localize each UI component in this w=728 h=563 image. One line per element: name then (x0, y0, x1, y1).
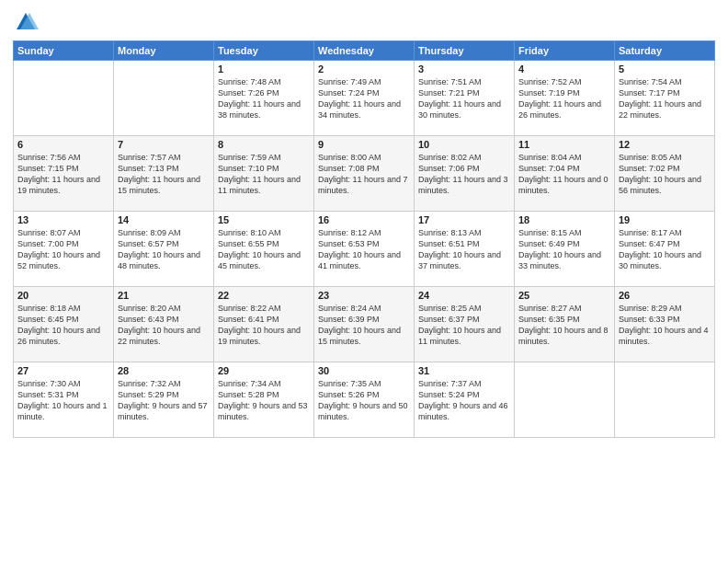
calendar-week-row: 1Sunrise: 7:48 AM Sunset: 7:26 PM Daylig… (14, 61, 715, 136)
calendar-cell: 13Sunrise: 8:07 AM Sunset: 7:00 PM Dayli… (14, 212, 114, 287)
day-number: 9 (318, 139, 410, 150)
calendar-cell: 8Sunrise: 7:59 AM Sunset: 7:10 PM Daylig… (214, 136, 314, 212)
calendar-cell: 21Sunrise: 8:20 AM Sunset: 6:43 PM Dayli… (114, 287, 214, 362)
day-number: 15 (218, 214, 310, 225)
day-number: 1 (218, 63, 310, 75)
calendar-cell: 23Sunrise: 8:24 AM Sunset: 6:39 PM Dayli… (314, 287, 415, 362)
logo-icon (13, 9, 39, 35)
day-number: 19 (619, 214, 711, 225)
day-number: 3 (418, 63, 510, 75)
cell-info: Sunrise: 7:37 AM Sunset: 5:24 PM Dayligh… (418, 378, 510, 423)
calendar-cell: 31Sunrise: 7:37 AM Sunset: 5:24 PM Dayli… (415, 362, 515, 438)
cell-info: Sunrise: 8:24 AM Sunset: 6:39 PM Dayligh… (318, 303, 410, 348)
cell-info: Sunrise: 7:48 AM Sunset: 7:26 PM Dayligh… (218, 76, 310, 121)
cell-info: Sunrise: 8:04 AM Sunset: 7:04 PM Dayligh… (518, 152, 610, 197)
calendar-cell: 30Sunrise: 7:35 AM Sunset: 5:26 PM Dayli… (314, 362, 415, 438)
calendar-cell: 10Sunrise: 8:02 AM Sunset: 7:06 PM Dayli… (415, 136, 515, 212)
calendar: SundayMondayTuesdayWednesdayThursdayFrid… (13, 40, 715, 438)
cell-info: Sunrise: 7:56 AM Sunset: 7:15 PM Dayligh… (17, 152, 109, 197)
day-number: 31 (418, 365, 510, 376)
cell-info: Sunrise: 8:17 AM Sunset: 6:47 PM Dayligh… (619, 227, 711, 272)
day-number: 21 (118, 290, 210, 301)
calendar-cell: 18Sunrise: 8:15 AM Sunset: 6:49 PM Dayli… (515, 212, 615, 287)
cell-info: Sunrise: 8:18 AM Sunset: 6:45 PM Dayligh… (17, 303, 109, 348)
calendar-cell: 15Sunrise: 8:10 AM Sunset: 6:55 PM Dayli… (214, 212, 314, 287)
calendar-cell (14, 61, 114, 136)
day-number: 13 (17, 214, 109, 225)
cell-info: Sunrise: 7:35 AM Sunset: 5:26 PM Dayligh… (318, 378, 410, 423)
day-number: 25 (518, 290, 610, 301)
cell-info: Sunrise: 8:29 AM Sunset: 6:33 PM Dayligh… (619, 303, 711, 348)
day-number: 10 (418, 139, 510, 150)
cell-info: Sunrise: 8:09 AM Sunset: 6:57 PM Dayligh… (118, 227, 210, 272)
cell-info: Sunrise: 8:10 AM Sunset: 6:55 PM Dayligh… (218, 227, 310, 272)
day-number: 17 (418, 214, 510, 225)
day-number: 14 (118, 214, 210, 225)
calendar-cell: 2Sunrise: 7:49 AM Sunset: 7:24 PM Daylig… (314, 61, 415, 136)
day-number: 12 (619, 139, 711, 150)
cell-info: Sunrise: 8:25 AM Sunset: 6:37 PM Dayligh… (418, 303, 510, 348)
calendar-cell: 1Sunrise: 7:48 AM Sunset: 7:26 PM Daylig… (214, 61, 314, 136)
day-number: 29 (218, 365, 310, 376)
cell-info: Sunrise: 8:12 AM Sunset: 6:53 PM Dayligh… (318, 227, 410, 272)
weekday-header: Friday (515, 41, 615, 61)
day-number: 23 (318, 290, 410, 301)
calendar-cell (114, 61, 214, 136)
calendar-cell: 24Sunrise: 8:25 AM Sunset: 6:37 PM Dayli… (415, 287, 515, 362)
calendar-cell: 4Sunrise: 7:52 AM Sunset: 7:19 PM Daylig… (515, 61, 615, 136)
calendar-cell: 3Sunrise: 7:51 AM Sunset: 7:21 PM Daylig… (415, 61, 515, 136)
day-number: 26 (619, 290, 711, 301)
calendar-cell: 22Sunrise: 8:22 AM Sunset: 6:41 PM Dayli… (214, 287, 314, 362)
cell-info: Sunrise: 7:34 AM Sunset: 5:28 PM Dayligh… (218, 378, 310, 423)
calendar-week-row: 20Sunrise: 8:18 AM Sunset: 6:45 PM Dayli… (14, 287, 715, 362)
calendar-cell (515, 362, 615, 438)
weekday-header: Tuesday (214, 41, 314, 61)
day-number: 18 (518, 214, 610, 225)
calendar-cell: 12Sunrise: 8:05 AM Sunset: 7:02 PM Dayli… (615, 136, 715, 212)
day-number: 2 (318, 63, 410, 75)
day-number: 7 (118, 139, 210, 150)
calendar-cell: 6Sunrise: 7:56 AM Sunset: 7:15 PM Daylig… (14, 136, 114, 212)
calendar-cell: 5Sunrise: 7:54 AM Sunset: 7:17 PM Daylig… (615, 61, 715, 136)
cell-info: Sunrise: 8:05 AM Sunset: 7:02 PM Dayligh… (619, 152, 711, 197)
weekday-header: Wednesday (314, 41, 415, 61)
day-number: 30 (318, 365, 410, 376)
header (13, 9, 715, 35)
day-number: 27 (17, 365, 109, 376)
cell-info: Sunrise: 7:32 AM Sunset: 5:29 PM Dayligh… (118, 378, 210, 423)
calendar-cell: 25Sunrise: 8:27 AM Sunset: 6:35 PM Dayli… (515, 287, 615, 362)
weekday-header: Thursday (415, 41, 515, 61)
logo (13, 9, 42, 35)
calendar-cell: 27Sunrise: 7:30 AM Sunset: 5:31 PM Dayli… (14, 362, 114, 438)
calendar-cell: 9Sunrise: 8:00 AM Sunset: 7:08 PM Daylig… (314, 136, 415, 212)
day-number: 8 (218, 139, 310, 150)
day-number: 4 (518, 63, 610, 75)
calendar-week-row: 27Sunrise: 7:30 AM Sunset: 5:31 PM Dayli… (14, 362, 715, 438)
calendar-cell: 28Sunrise: 7:32 AM Sunset: 5:29 PM Dayli… (114, 362, 214, 438)
cell-info: Sunrise: 8:02 AM Sunset: 7:06 PM Dayligh… (418, 152, 510, 197)
page: SundayMondayTuesdayWednesdayThursdayFrid… (0, 0, 728, 563)
weekday-header: Monday (114, 41, 214, 61)
calendar-week-row: 6Sunrise: 7:56 AM Sunset: 7:15 PM Daylig… (14, 136, 715, 212)
cell-info: Sunrise: 8:22 AM Sunset: 6:41 PM Dayligh… (218, 303, 310, 348)
day-number: 20 (17, 290, 109, 301)
cell-info: Sunrise: 7:52 AM Sunset: 7:19 PM Dayligh… (518, 76, 610, 121)
day-number: 5 (619, 63, 711, 75)
calendar-header-row: SundayMondayTuesdayWednesdayThursdayFrid… (14, 41, 715, 61)
day-number: 22 (218, 290, 310, 301)
calendar-cell: 7Sunrise: 7:57 AM Sunset: 7:13 PM Daylig… (114, 136, 214, 212)
cell-info: Sunrise: 8:13 AM Sunset: 6:51 PM Dayligh… (418, 227, 510, 272)
calendar-cell: 11Sunrise: 8:04 AM Sunset: 7:04 PM Dayli… (515, 136, 615, 212)
cell-info: Sunrise: 8:07 AM Sunset: 7:00 PM Dayligh… (17, 227, 109, 272)
cell-info: Sunrise: 8:20 AM Sunset: 6:43 PM Dayligh… (118, 303, 210, 348)
calendar-cell: 14Sunrise: 8:09 AM Sunset: 6:57 PM Dayli… (114, 212, 214, 287)
calendar-cell (615, 362, 715, 438)
calendar-cell: 29Sunrise: 7:34 AM Sunset: 5:28 PM Dayli… (214, 362, 314, 438)
cell-info: Sunrise: 8:27 AM Sunset: 6:35 PM Dayligh… (518, 303, 610, 348)
cell-info: Sunrise: 7:59 AM Sunset: 7:10 PM Dayligh… (218, 152, 310, 197)
calendar-week-row: 13Sunrise: 8:07 AM Sunset: 7:00 PM Dayli… (14, 212, 715, 287)
calendar-cell: 17Sunrise: 8:13 AM Sunset: 6:51 PM Dayli… (415, 212, 515, 287)
calendar-cell: 20Sunrise: 8:18 AM Sunset: 6:45 PM Dayli… (14, 287, 114, 362)
day-number: 28 (118, 365, 210, 376)
calendar-cell: 16Sunrise: 8:12 AM Sunset: 6:53 PM Dayli… (314, 212, 415, 287)
